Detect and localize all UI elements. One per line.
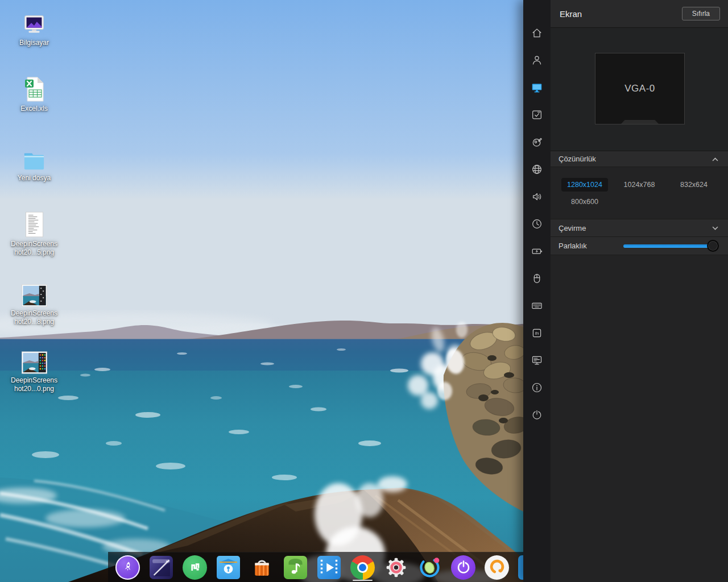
screenshot-thumbnail-icon bbox=[26, 209, 43, 238]
page-title: Ekran bbox=[560, 9, 582, 19]
resolution-section-header[interactable]: Çözünürlük bbox=[551, 151, 728, 167]
desktop-icon-label: DeepinScreens bbox=[11, 376, 57, 385]
svg-text:fn: fn bbox=[535, 331, 539, 336]
dock-item-route-app[interactable] bbox=[183, 555, 207, 580]
chevron-up-icon bbox=[710, 155, 720, 163]
rotation-section-header[interactable]: Çevirme bbox=[551, 219, 728, 237]
dock-item-app-store[interactable] bbox=[250, 555, 274, 580]
resolution-option[interactable]: 800x600 bbox=[565, 195, 604, 209]
fn-key-icon: fn bbox=[531, 327, 543, 339]
computer-icon bbox=[21, 8, 47, 36]
desktop-icon-screenshot-3[interactable]: DeepinScreens hot20...0.png bbox=[5, 346, 64, 393]
sidebar-item-personalization[interactable] bbox=[531, 136, 543, 148]
launcher-rocket-icon bbox=[115, 555, 140, 580]
resolution-option[interactable]: 1024x768 bbox=[618, 178, 661, 192]
info-icon bbox=[531, 381, 543, 394]
monitor-stand bbox=[621, 120, 659, 124]
desktop-icon-screenshot-1[interactable]: DeepinScreens hot20...5.png bbox=[5, 209, 64, 257]
speaker-icon bbox=[531, 190, 543, 203]
terminal-icon bbox=[150, 556, 173, 579]
chrome-active-indicator bbox=[353, 580, 373, 581]
sidebar-item-boot-menu[interactable] bbox=[531, 354, 543, 367]
resolution-options: 728x582 1024x768 832x624 800x600 bbox=[551, 167, 728, 219]
battery-bolt-icon bbox=[531, 245, 543, 257]
desktop-icon-folder[interactable]: Yeni dosya bbox=[5, 143, 64, 182]
gear-icon bbox=[384, 555, 408, 580]
resolution-option-selected[interactable]: 728x582 bbox=[561, 178, 608, 192]
screenshot-thumbnail-icon bbox=[22, 346, 47, 374]
desktop-icon-label: Bilgisayar bbox=[19, 39, 49, 47]
power-symbol-icon bbox=[451, 555, 475, 580]
dock-item-music[interactable] bbox=[283, 555, 308, 580]
dock-item-voice-recorder[interactable] bbox=[485, 555, 509, 580]
dock-item-movie[interactable] bbox=[317, 555, 341, 580]
sidebar-item-home[interactable] bbox=[531, 27, 543, 39]
folder-icon bbox=[21, 143, 47, 172]
desktop-icon-excel[interactable]: Excel.xls bbox=[5, 74, 64, 113]
shopping-bag-icon bbox=[250, 555, 274, 580]
dock-item-launcher[interactable] bbox=[115, 555, 140, 580]
sidebar-item-default-applications[interactable] bbox=[531, 109, 543, 121]
brightness-slider[interactable] bbox=[623, 244, 718, 248]
boot-screen-icon bbox=[531, 354, 543, 367]
rotation-label: Çevirme bbox=[559, 224, 586, 232]
control-center-sidebar: fn bbox=[523, 0, 551, 582]
clock-icon bbox=[531, 218, 543, 230]
dock-item-chrome[interactable] bbox=[350, 555, 375, 580]
panel-empty-area bbox=[551, 255, 728, 582]
panel-header: Ekran Sıfırla bbox=[551, 0, 728, 28]
recorder-knob-icon bbox=[485, 555, 509, 580]
sidebar-item-keyboard[interactable] bbox=[531, 300, 543, 312]
sidebar-item-shutdown[interactable] bbox=[531, 409, 543, 421]
dock-item-terminal[interactable] bbox=[149, 555, 173, 580]
sidebar-item-time-date[interactable] bbox=[531, 218, 543, 230]
desktop-root[interactable]: Bilgisayar Excel.xls Y bbox=[0, 0, 728, 582]
dock-item-control-center[interactable] bbox=[384, 555, 408, 580]
resolution-option[interactable]: 832x624 bbox=[675, 178, 713, 192]
dock-item-screenshot-tool[interactable] bbox=[417, 555, 442, 580]
sidebar-item-shortcuts[interactable]: fn bbox=[531, 327, 543, 339]
music-note-icon bbox=[284, 556, 307, 579]
brightness-slider-handle[interactable] bbox=[707, 240, 719, 252]
excel-file-icon bbox=[22, 74, 47, 102]
monitor-preview-area: VGA-0 bbox=[551, 28, 728, 151]
desktop-icon-label: Excel.xls bbox=[20, 105, 47, 113]
keyboard-icon bbox=[531, 300, 543, 312]
desktop-icon-label-line2: hot20...5.png bbox=[14, 248, 54, 257]
mouse-icon bbox=[531, 272, 543, 285]
desktop-icon-label-line2: hot20...0.png bbox=[14, 385, 54, 393]
display-monitor-icon bbox=[531, 81, 543, 94]
brightness-fill bbox=[623, 244, 718, 248]
control-center-panel: Ekran Sıfırla VGA-0 Çözünürlük 728x582… bbox=[551, 0, 728, 582]
desktop-icon-label: DeepinScreens bbox=[11, 309, 57, 318]
dock-item-file-box[interactable] bbox=[216, 555, 241, 580]
monitor-name: VGA-0 bbox=[624, 83, 655, 94]
chevron-down-icon bbox=[710, 224, 720, 232]
sidebar-item-network[interactable] bbox=[531, 163, 543, 176]
power-icon bbox=[531, 409, 543, 421]
movie-film-icon bbox=[317, 556, 341, 579]
sidebar-item-sound[interactable] bbox=[531, 190, 543, 203]
brightness-label: Parlaklık bbox=[559, 242, 587, 250]
desktop-icon-screenshot-2[interactable]: DeepinScreens hot20...8.png bbox=[5, 278, 64, 326]
sidebar-item-system-info[interactable] bbox=[531, 381, 543, 394]
screenshot-thumbnail-icon bbox=[22, 278, 47, 307]
chrome-icon bbox=[350, 555, 375, 580]
desktop-icon-label-line2: hot20...8.png bbox=[14, 318, 54, 326]
sidebar-item-accounts[interactable] bbox=[531, 54, 543, 66]
monitor-preview[interactable]: VGA-0 bbox=[595, 53, 685, 124]
desktop-icon-label: Yeni dosya bbox=[18, 174, 51, 182]
resolution-label: Çözünürlük bbox=[559, 155, 596, 163]
sidebar-item-power[interactable] bbox=[531, 245, 543, 257]
route-maze-icon bbox=[183, 555, 207, 580]
desktop-icon-label: DeepinScreens bbox=[11, 240, 57, 248]
window-check-icon bbox=[531, 109, 543, 121]
globe-icon bbox=[531, 163, 543, 176]
sidebar-item-mouse[interactable] bbox=[531, 272, 543, 285]
reset-button[interactable]: Sıfırla bbox=[682, 7, 720, 20]
screenshot-circle-icon bbox=[417, 555, 442, 580]
desktop-icon-computer[interactable]: Bilgisayar bbox=[5, 8, 64, 47]
dock-item-power[interactable] bbox=[451, 555, 475, 580]
dock bbox=[108, 552, 541, 582]
sidebar-item-display[interactable] bbox=[531, 81, 543, 94]
